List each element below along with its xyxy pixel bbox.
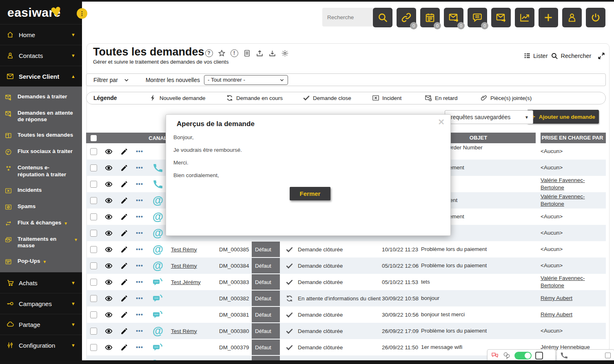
more-actions-icon[interactable]: •••	[136, 148, 143, 155]
header-trending-button[interactable]	[515, 8, 534, 27]
lister-button[interactable]: Lister	[523, 52, 548, 60]
row-checkbox[interactable]	[90, 148, 97, 155]
subnav-item[interactable]: Pop-Ups▼	[0, 253, 82, 270]
subnav-item[interactable]: Toutes les demandes	[0, 127, 82, 144]
contact-link[interactable]: Test Rémy	[171, 328, 197, 334]
logo[interactable]: easiware ♥	[0, 0, 82, 24]
more-actions-icon[interactable]: •••	[136, 246, 143, 253]
agent-link[interactable]: Rémy Aubert	[541, 311, 572, 318]
agent-link[interactable]: Valérie Favennec-Bertolone	[541, 177, 604, 191]
sidebar-item-home[interactable]: Home▼	[0, 24, 82, 45]
header-person-button[interactable]	[562, 8, 582, 27]
gear-icon[interactable]	[281, 49, 289, 57]
row-checkbox[interactable]	[90, 164, 97, 171]
eye-icon[interactable]	[105, 148, 113, 155]
row-checkbox[interactable]	[90, 262, 97, 269]
sidebar-item-partage[interactable]: Partage▼	[0, 314, 82, 335]
eye-icon[interactable]	[105, 229, 113, 237]
header-mail-out-button[interactable]	[491, 8, 511, 27]
pencil-icon[interactable]	[120, 213, 128, 221]
phone-icon[interactable]	[560, 351, 568, 360]
row-checkbox[interactable]	[90, 181, 97, 188]
doc-icon[interactable]	[243, 49, 251, 57]
pencil-icon[interactable]	[120, 164, 128, 172]
question-icon[interactable]: ?	[205, 49, 213, 57]
star-icon[interactable]	[217, 49, 226, 57]
row-checkbox[interactable]	[90, 213, 97, 220]
expand-icon[interactable]	[598, 52, 605, 60]
header-mail-out-button[interactable]: 0	[444, 8, 463, 27]
availability-toggle[interactable]	[514, 352, 532, 360]
pencil-icon[interactable]	[120, 229, 128, 237]
pencil-icon[interactable]	[120, 295, 128, 302]
subnav-item[interactable]: Flux & échanges▼	[0, 215, 82, 231]
more-actions-icon[interactable]: •••	[136, 279, 143, 285]
row-checkbox[interactable]	[90, 328, 97, 335]
sidebar-item-configuration[interactable]: Configuration▼	[0, 335, 82, 355]
select-all-checkbox[interactable]	[91, 135, 97, 141]
more-actions-icon[interactable]: •••	[136, 311, 143, 318]
sidebar-item-achats[interactable]: Achats▼	[0, 272, 82, 293]
more-actions-icon[interactable]: •••	[136, 164, 143, 171]
subnav-item[interactable]: Demandes en attente de réponse	[0, 105, 82, 127]
eye-icon[interactable]	[105, 278, 113, 286]
fermer-button[interactable]: Fermer	[290, 187, 330, 200]
pencil-icon[interactable]	[120, 262, 128, 270]
pencil-icon[interactable]	[120, 180, 128, 188]
subnav-item[interactable]: Contenus e-réputation à traiter	[0, 160, 82, 182]
saved-queries-dropdown[interactable]: requêtes sauvegardées ▼	[445, 110, 533, 124]
row-checkbox[interactable]	[90, 279, 97, 286]
checkbox-small[interactable]	[605, 353, 611, 358]
subnav-item[interactable]: Demandes à traiter	[0, 89, 82, 105]
row-checkbox[interactable]	[90, 344, 97, 351]
header-chat-lines-button[interactable]: 0	[468, 8, 487, 27]
eye-icon[interactable]	[105, 246, 113, 253]
eye-icon[interactable]	[105, 311, 113, 319]
pencil-icon[interactable]	[120, 311, 128, 319]
more-actions-icon[interactable]: •••	[136, 230, 143, 236]
contact-link[interactable]: Test Jérémy	[171, 279, 201, 285]
header-plus-button[interactable]	[539, 8, 558, 27]
pencil-icon[interactable]	[120, 148, 128, 155]
more-actions-icon[interactable]: •••	[136, 295, 143, 302]
row-checkbox[interactable]	[90, 295, 97, 302]
chat-duo-red-icon[interactable]	[491, 351, 499, 360]
subnav-item[interactable]: Incidents	[0, 182, 82, 199]
eye-icon[interactable]	[105, 197, 113, 204]
subnav-item[interactable]: Spams	[0, 199, 82, 215]
filter-by-label[interactable]: Filtrer par	[93, 77, 118, 83]
row-checkbox[interactable]	[90, 230, 97, 237]
eye-icon[interactable]	[105, 213, 113, 221]
row-checkbox[interactable]	[90, 197, 97, 204]
pencil-icon[interactable]	[120, 246, 128, 253]
show-new-select[interactable]: - Tout montrer -	[204, 75, 288, 85]
row-checkbox[interactable]	[90, 311, 97, 318]
rechercher-button[interactable]: Rechercher	[551, 52, 591, 60]
header-magnifier-button[interactable]	[373, 8, 392, 27]
eye-icon[interactable]	[105, 295, 113, 302]
agent-link[interactable]: Valérie Favennec-Bertolone	[541, 193, 604, 207]
search-input[interactable]	[322, 8, 375, 27]
header-prise-en-charge[interactable]: PRISE EN CHARGE PAR	[541, 133, 606, 143]
more-actions-icon[interactable]: •••	[136, 197, 143, 204]
more-actions-icon[interactable]: •••	[136, 213, 143, 220]
header-calendar-button[interactable]: 0	[420, 8, 440, 27]
stop-square-icon[interactable]	[535, 352, 543, 360]
more-actions-icon[interactable]: •••	[136, 344, 143, 351]
more-actions-icon[interactable]: •••	[136, 328, 143, 334]
pencil-icon[interactable]	[120, 327, 128, 335]
more-actions-icon[interactable]: •••	[136, 181, 143, 187]
header-power-button[interactable]	[586, 8, 605, 27]
eye-icon[interactable]	[105, 164, 113, 172]
pencil-icon[interactable]	[120, 197, 128, 204]
upload-icon[interactable]	[255, 49, 264, 57]
pencil-icon[interactable]	[120, 278, 128, 286]
contact-link[interactable]: Test Rémy	[171, 246, 197, 253]
sidebar-item-campagnes[interactable]: Campagnes▼	[0, 293, 82, 314]
exclamation-icon[interactable]: !	[230, 49, 238, 57]
sidebar-item-service-client[interactable]: Service Client▲	[0, 66, 82, 87]
add-request-button[interactable]: + Ajouter une demande	[527, 110, 599, 124]
eye-icon[interactable]	[105, 327, 113, 335]
subnav-item[interactable]: Flux sociaux à traiter	[0, 144, 82, 160]
more-actions-icon[interactable]: •••	[136, 262, 143, 269]
